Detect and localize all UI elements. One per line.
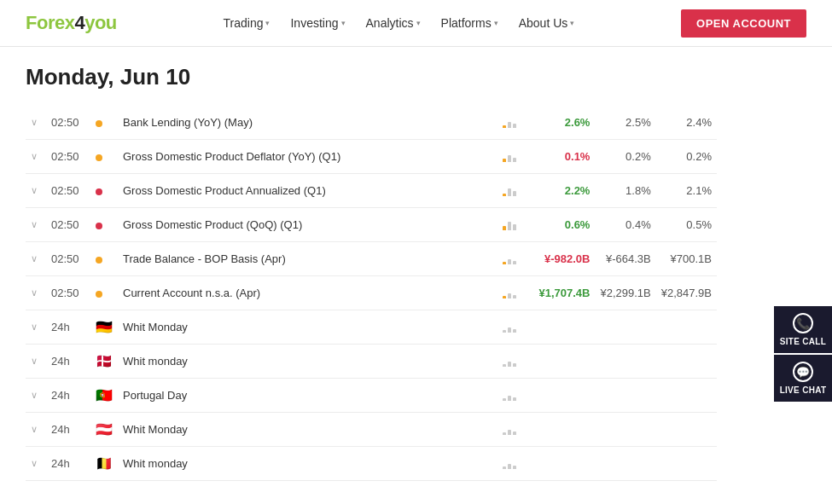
previous-value — [656, 345, 717, 379]
nav-trading[interactable]: Trading — [215, 11, 279, 35]
volatility-chart — [492, 379, 527, 413]
bar-chart-icon — [503, 251, 516, 264]
table-row: ∨02:50Trade Balance - BOP Basis (Apr) ¥-… — [26, 242, 717, 276]
previous-value — [656, 413, 717, 447]
main-nav: Trading Investing Analytics Platforms Ab… — [215, 11, 584, 35]
flag-icon: 🇩🇪 — [96, 320, 113, 334]
volatility-chart — [492, 310, 527, 345]
actual-value — [527, 345, 595, 379]
volatility-chart — [492, 242, 527, 276]
chevron-down-icon — [570, 19, 574, 27]
event-name: Gross Domestic Product Annualized (Q1) — [118, 174, 492, 208]
flag-or-impact: 🇩🇪 — [90, 310, 118, 345]
nav-about[interactable]: About Us — [510, 11, 584, 35]
flag-or-impact — [90, 106, 118, 140]
open-account-button[interactable]: OPEN ACCOUNT — [681, 9, 806, 38]
actual-value: 0.6% — [527, 208, 595, 242]
flag-icon: 🇧🇪 — [96, 456, 113, 471]
bar-chart-icon — [503, 148, 516, 162]
actual-value: ¥-982.0B — [527, 242, 595, 276]
event-time: 02:50 — [46, 106, 90, 140]
table-row: ∨02:50Gross Domestic Product Annualized … — [26, 174, 717, 208]
flag-or-impact: 🇧🇪 — [90, 447, 118, 481]
impact-dot — [96, 257, 102, 264]
volatility-chart — [492, 276, 527, 310]
bar-chart-icon — [503, 421, 516, 435]
flag-or-impact — [90, 174, 118, 208]
previous-value: ¥2,847.9B — [656, 276, 717, 310]
expand-toggle[interactable]: ∨ — [26, 447, 46, 481]
forecast-value — [595, 345, 655, 379]
flag-or-impact — [90, 208, 118, 242]
main-content: Monday, Jun 10 ∨02:50Bank Lending (YoY) … — [0, 47, 742, 498]
expand-toggle[interactable]: ∨ — [26, 174, 46, 208]
forecast-value — [595, 413, 655, 447]
forecast-value: 2.5% — [595, 106, 655, 140]
previous-value — [656, 447, 717, 481]
side-buttons: 📞 SITE CALL 💬 LIVE CHAT — [774, 306, 832, 402]
bar-chart-icon — [503, 285, 516, 298]
expand-toggle[interactable]: ∨ — [26, 140, 46, 174]
bar-chart-icon — [503, 182, 516, 196]
logo-forex: Forex — [26, 12, 74, 33]
expand-toggle[interactable]: ∨ — [26, 310, 46, 345]
event-name: Whit Monday — [118, 310, 492, 345]
event-time: 24h — [46, 413, 90, 447]
expand-toggle[interactable]: ∨ — [26, 208, 46, 242]
calendar-table: ∨02:50Bank Lending (YoY) (May) 2.6%2.5%2… — [26, 106, 717, 481]
event-time: 02:50 — [46, 208, 90, 242]
previous-value: 2.1% — [656, 174, 717, 208]
actual-value: 2.6% — [527, 106, 595, 140]
volatility-chart — [492, 106, 527, 140]
site-call-button[interactable]: 📞 SITE CALL — [774, 306, 832, 353]
nav-investing[interactable]: Investing — [282, 11, 353, 35]
flag-icon: 🇩🇰 — [96, 354, 113, 368]
table-row: ∨24h🇩🇪Whit Monday — [26, 310, 717, 345]
event-name: Trade Balance - BOP Basis (Apr) — [118, 242, 492, 276]
event-name: Whit monday — [118, 447, 492, 481]
chevron-down-icon — [265, 19, 270, 27]
volatility-chart — [492, 345, 527, 379]
forecast-value: 0.4% — [595, 208, 655, 242]
event-time: 02:50 — [46, 140, 90, 174]
event-time: 02:50 — [46, 276, 90, 310]
live-chat-button[interactable]: 💬 LIVE CHAT — [774, 355, 832, 402]
chat-icon: 💬 — [793, 362, 813, 382]
header: Forex4you Trading Investing Analytics Pl… — [0, 0, 832, 47]
expand-toggle[interactable]: ∨ — [26, 106, 46, 140]
actual-value — [527, 413, 595, 447]
forecast-value: 0.2% — [595, 140, 655, 174]
impact-dot — [96, 120, 102, 127]
previous-value: 2.4% — [656, 106, 717, 140]
flag-or-impact — [90, 242, 118, 276]
event-time: 24h — [46, 345, 90, 379]
logo[interactable]: Forex4you — [26, 12, 117, 34]
event-time: 02:50 — [46, 174, 90, 208]
event-name: Gross Domestic Product (QoQ) (Q1) — [118, 208, 492, 242]
previous-value: 0.5% — [656, 208, 717, 242]
forecast-value: 1.8% — [595, 174, 655, 208]
table-row: ∨24h🇩🇰Whit monday — [26, 345, 717, 379]
nav-analytics[interactable]: Analytics — [358, 11, 429, 35]
expand-toggle[interactable]: ∨ — [26, 276, 46, 310]
nav-platforms[interactable]: Platforms — [433, 11, 507, 35]
chevron-down-icon — [494, 19, 498, 27]
event-name: Current Account n.s.a. (Apr) — [118, 276, 492, 310]
flag-or-impact — [90, 140, 118, 174]
expand-toggle[interactable]: ∨ — [26, 413, 46, 447]
actual-value: ¥1,707.4B — [527, 276, 595, 310]
expand-toggle[interactable]: ∨ — [26, 345, 46, 379]
bar-chart-icon — [503, 217, 516, 230]
event-time: 24h — [46, 379, 90, 413]
previous-value — [656, 379, 717, 413]
event-time: 24h — [46, 447, 90, 481]
flag-or-impact: 🇩🇰 — [90, 345, 118, 379]
impact-dot — [96, 291, 102, 298]
expand-toggle[interactable]: ∨ — [26, 379, 46, 413]
event-name: Portugal Day — [118, 379, 492, 413]
flag-or-impact — [90, 276, 118, 310]
impact-dot — [96, 223, 102, 229]
table-row: ∨24h🇵🇹Portugal Day — [26, 379, 717, 413]
expand-toggle[interactable]: ∨ — [26, 242, 46, 276]
actual-value — [527, 310, 595, 345]
